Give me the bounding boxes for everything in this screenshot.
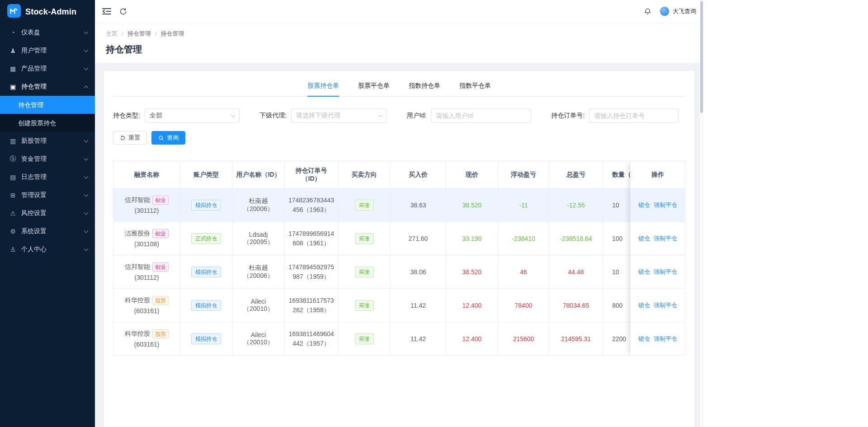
chevron-down-icon — [84, 174, 89, 178]
reset-button[interactable]: 重置 — [113, 131, 147, 145]
force-close-link[interactable]: 强制平仓 — [654, 268, 677, 276]
cell-current-price: 38.520 — [446, 188, 498, 222]
page-header: 主页/持仓管理/持仓管理 持仓管理 — [95, 23, 703, 63]
cell-stock: 信邦智能创业(301112) — [113, 255, 180, 289]
positions-icon: ▣ — [9, 83, 17, 90]
cell-float-pl: 215600 — [498, 322, 549, 356]
order-no-label: 持仓订单号: — [551, 112, 585, 120]
sidebar-item-admin-settings[interactable]: ⊞管理设置 — [0, 186, 95, 204]
stock-board-tag: 创业 — [152, 263, 169, 272]
column-header-account: 账户类型 — [180, 161, 232, 188]
direction-tag: 买涨 — [355, 233, 374, 244]
cell-float-pl: -11 — [498, 188, 549, 222]
cell-total-pl: 214595.31 — [549, 322, 603, 356]
stock-name: 洁雅股份 — [125, 230, 150, 238]
refresh-icon[interactable] — [119, 8, 127, 15]
cell-stock: 科华控股股票(603161) — [113, 322, 180, 356]
sidebar-item-products[interactable]: ▦产品管理 — [0, 60, 95, 78]
vertical-scrollbar[interactable] — [700, 0, 703, 427]
force-close-link[interactable]: 强制平仓 — [654, 201, 677, 209]
dashboard-icon: ◔ — [9, 29, 17, 36]
row-actions: 锁仓强制平仓 — [631, 322, 685, 356]
lock-position-link[interactable]: 锁仓 — [638, 268, 650, 276]
agent-select[interactable]: 请选择下级代理 — [291, 108, 387, 123]
cell-buy-price: 11.42 — [391, 322, 446, 356]
cell-buy-price: 38.63 — [391, 188, 446, 222]
column-header-float: 浮动盈亏 — [498, 161, 549, 188]
sidebar-item-profile[interactable]: ♙个人中心 — [0, 240, 95, 258]
search-icon — [158, 135, 164, 141]
account-type-tag: 正式持仓 — [191, 233, 221, 244]
query-button[interactable]: 查询 — [151, 131, 185, 145]
lock-position-link[interactable]: 锁仓 — [638, 335, 650, 343]
users-icon: ♟ — [9, 47, 17, 54]
cell-user: 杜南越（20006） — [232, 188, 285, 222]
reset-label: 重置 — [128, 134, 140, 142]
cell-float-pl: 46 — [498, 255, 549, 289]
force-close-link[interactable]: 强制平仓 — [654, 301, 677, 310]
cell-order-id: 1748236783443456（1963） — [285, 188, 338, 222]
table-row: 洁雅股份创业(301108)正式持仓Ldsadj（20095）174789965… — [113, 222, 653, 255]
table-header-row: 融资名称账户类型用户名称（ID）持仓订单号（ID）买卖方向买入价现价浮动盈亏总盈… — [113, 161, 653, 188]
order-no-input[interactable] — [589, 108, 679, 123]
stock-name-line: 信邦智能创业 — [117, 263, 176, 272]
content-card: 股票持仓单股票平仓单指数持仓单指数平仓单 持仓类型: 全部 下级代理: 请选择下… — [104, 71, 694, 427]
tab-stock-positions[interactable]: 股票持仓单 — [307, 82, 339, 96]
filter-position-type: 持仓类型: 全部 — [113, 108, 240, 123]
cell-float-pl: 78400 — [498, 289, 549, 322]
risk-warning-icon: ⚠ — [9, 210, 17, 217]
sidebar-item-logs[interactable]: ▤日志管理 — [0, 168, 95, 186]
sidebar-item-new-stock[interactable]: ▥新股管理 — [0, 132, 95, 150]
sidebar-item-users[interactable]: ♟用户管理 — [0, 42, 95, 60]
scrollbar-thumb[interactable] — [700, 1, 703, 113]
cell-direction: 买涨 — [338, 255, 391, 289]
user-name: 大飞查询 — [673, 7, 696, 15]
cell-current-price: 33.190 — [446, 222, 498, 255]
filter-agent: 下级代理: 请选择下级代理 — [259, 108, 387, 123]
sidebar-item-funds[interactable]: Ⓢ资金管理 — [0, 150, 95, 168]
account-type-tag: 模拟持仓 — [191, 300, 221, 311]
lock-position-link[interactable]: 锁仓 — [638, 201, 650, 209]
chevron-up-icon — [84, 85, 89, 90]
user-id-input[interactable] — [431, 108, 531, 123]
force-close-link[interactable]: 强制平仓 — [654, 235, 677, 243]
sidebar-item-positions[interactable]: ▣持仓管理 — [0, 78, 95, 96]
collapse-sidebar-icon[interactable] — [102, 8, 111, 15]
breadcrumb-item[interactable]: 主页 — [106, 30, 118, 38]
sidebar-item-label: 风控设置 — [21, 209, 85, 217]
sidebar-item-positions-list[interactable]: 持仓管理 — [0, 96, 95, 114]
sidebar-item-dashboard[interactable]: ◔仪表盘 — [0, 23, 95, 42]
table-row: 科华控股股票(603161)模拟持仓Aileci（20010）169381161… — [113, 289, 653, 322]
ops-column-header: 操作 — [631, 161, 685, 188]
lock-position-link[interactable]: 锁仓 — [638, 301, 650, 310]
breadcrumb: 主页/持仓管理/持仓管理 — [106, 30, 693, 38]
cell-direction: 买涨 — [338, 188, 391, 222]
sidebar-item-system-settings[interactable]: ⚙系统设置 — [0, 222, 95, 240]
breadcrumb-item[interactable]: 持仓管理 — [127, 30, 151, 38]
stock-name: 信邦智能 — [125, 263, 150, 271]
force-close-link[interactable]: 强制平仓 — [654, 335, 677, 343]
table-fixed-actions-column: 操作 锁仓强制平仓锁仓强制平仓锁仓强制平仓锁仓强制平仓锁仓强制平仓 — [630, 161, 685, 356]
tab-index-closed[interactable]: 指数平仓单 — [459, 82, 491, 96]
table-row: 信邦智能创业(301112)模拟持仓杜南越（20006）174823678344… — [113, 188, 653, 222]
cell-order-id: 1693811469604442（1957） — [285, 322, 338, 356]
stock-name-line: 信邦智能创业 — [117, 196, 176, 205]
position-type-select[interactable]: 全部 — [145, 108, 240, 123]
sidebar-item-create-stock-position[interactable]: 创建股票持仓 — [0, 114, 95, 132]
column-header-buy: 买入价 — [391, 161, 446, 188]
column-header-user: 用户名称（ID） — [232, 161, 285, 188]
notifications-bell-icon[interactable] — [644, 7, 651, 15]
tab-stock-closed[interactable]: 股票平仓单 — [358, 82, 390, 96]
user-menu[interactable]: 大飞查询 — [660, 6, 696, 16]
stock-board-tag: 股票 — [152, 329, 169, 338]
chevron-down-icon — [84, 66, 89, 70]
brand-logo-icon — [7, 4, 21, 19]
cell-stock: 信邦智能创业(301112) — [113, 188, 180, 222]
cell-account-type: 模拟持仓 — [180, 188, 232, 222]
lock-position-link[interactable]: 锁仓 — [638, 235, 650, 243]
cell-order-id: 1747894592975987（1959） — [285, 255, 338, 289]
chevron-down-icon — [84, 210, 89, 215]
sidebar-item-label: 新股管理 — [21, 137, 85, 145]
sidebar-item-risk-settings[interactable]: ⚠风控设置 — [0, 204, 95, 222]
tab-index-positions[interactable]: 指数持仓单 — [409, 82, 440, 96]
